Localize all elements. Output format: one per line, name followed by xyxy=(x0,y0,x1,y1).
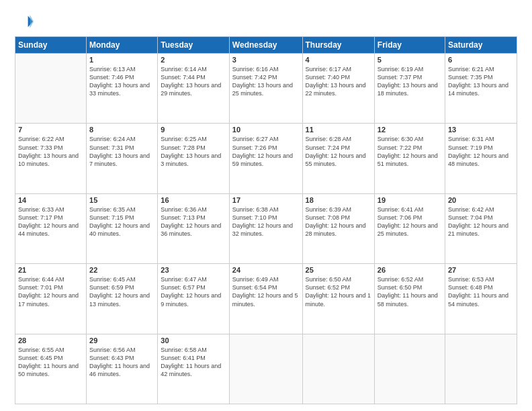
calendar-cell xyxy=(15,54,87,124)
day-number: 26 xyxy=(378,266,442,274)
calendar-cell: 3Sunrise: 6:16 AM Sunset: 7:42 PM Daylig… xyxy=(229,54,302,124)
day-number: 14 xyxy=(18,196,83,204)
day-info: Sunrise: 6:35 AM Sunset: 7:15 PM Dayligh… xyxy=(89,205,154,238)
day-info: Sunrise: 6:38 AM Sunset: 7:10 PM Dayligh… xyxy=(232,205,300,238)
day-number: 12 xyxy=(378,126,442,134)
calendar-cell: 30Sunrise: 6:58 AM Sunset: 6:41 PM Dayli… xyxy=(158,334,230,404)
day-info: Sunrise: 6:50 AM Sunset: 6:52 PM Dayligh… xyxy=(306,275,371,308)
calendar-cell: 25Sunrise: 6:50 AM Sunset: 6:52 PM Dayli… xyxy=(302,264,374,334)
day-info: Sunrise: 6:28 AM Sunset: 7:24 PM Dayligh… xyxy=(306,135,371,168)
day-number: 4 xyxy=(306,56,371,64)
day-number: 3 xyxy=(232,56,300,64)
day-info: Sunrise: 6:39 AM Sunset: 7:08 PM Dayligh… xyxy=(306,205,371,238)
calendar-cell: 17Sunrise: 6:38 AM Sunset: 7:10 PM Dayli… xyxy=(229,193,302,263)
day-number: 27 xyxy=(448,266,514,274)
calendar-cell: 28Sunrise: 6:55 AM Sunset: 6:45 PM Dayli… xyxy=(15,334,87,404)
calendar-cell: 4Sunrise: 6:17 AM Sunset: 7:40 PM Daylig… xyxy=(302,54,374,124)
day-info: Sunrise: 6:30 AM Sunset: 7:22 PM Dayligh… xyxy=(378,135,442,168)
calendar-cell: 2Sunrise: 6:14 AM Sunset: 7:44 PM Daylig… xyxy=(158,54,230,124)
day-number: 23 xyxy=(161,266,226,274)
calendar-cell: 26Sunrise: 6:52 AM Sunset: 6:50 PM Dayli… xyxy=(374,264,445,334)
day-info: Sunrise: 6:45 AM Sunset: 6:59 PM Dayligh… xyxy=(89,275,154,308)
calendar-cell: 21Sunrise: 6:44 AM Sunset: 7:01 PM Dayli… xyxy=(15,264,87,334)
day-info: Sunrise: 6:49 AM Sunset: 6:54 PM Dayligh… xyxy=(232,275,300,308)
logo-icon xyxy=(15,12,34,31)
day-info: Sunrise: 6:58 AM Sunset: 6:41 PM Dayligh… xyxy=(161,346,226,379)
day-number: 22 xyxy=(89,266,154,274)
calendar-cell xyxy=(229,334,302,404)
calendar-week-5: 28Sunrise: 6:55 AM Sunset: 6:45 PM Dayli… xyxy=(15,334,517,404)
day-info: Sunrise: 6:33 AM Sunset: 7:17 PM Dayligh… xyxy=(18,205,83,238)
day-info: Sunrise: 6:25 AM Sunset: 7:28 PM Dayligh… xyxy=(161,135,226,168)
calendar-cell xyxy=(302,334,374,404)
calendar-cell: 1Sunrise: 6:13 AM Sunset: 7:46 PM Daylig… xyxy=(87,54,158,124)
day-number: 17 xyxy=(232,196,300,204)
day-number: 15 xyxy=(89,196,154,204)
calendar-cell: 8Sunrise: 6:24 AM Sunset: 7:31 PM Daylig… xyxy=(87,124,158,193)
day-info: Sunrise: 6:55 AM Sunset: 6:45 PM Dayligh… xyxy=(18,346,83,379)
calendar-cell: 7Sunrise: 6:22 AM Sunset: 7:33 PM Daylig… xyxy=(15,124,87,193)
calendar-header-thursday: Thursday xyxy=(302,37,374,54)
day-number: 5 xyxy=(378,56,442,64)
day-info: Sunrise: 6:56 AM Sunset: 6:43 PM Dayligh… xyxy=(89,346,154,379)
calendar-body: 1Sunrise: 6:13 AM Sunset: 7:46 PM Daylig… xyxy=(15,54,517,404)
day-info: Sunrise: 6:16 AM Sunset: 7:42 PM Dayligh… xyxy=(232,65,300,98)
calendar-cell: 22Sunrise: 6:45 AM Sunset: 6:59 PM Dayli… xyxy=(87,264,158,334)
calendar-header-row: SundayMondayTuesdayWednesdayThursdayFrid… xyxy=(15,37,517,54)
calendar-cell: 15Sunrise: 6:35 AM Sunset: 7:15 PM Dayli… xyxy=(87,193,158,263)
day-info: Sunrise: 6:21 AM Sunset: 7:35 PM Dayligh… xyxy=(448,65,514,98)
day-info: Sunrise: 6:17 AM Sunset: 7:40 PM Dayligh… xyxy=(306,65,371,98)
day-info: Sunrise: 6:24 AM Sunset: 7:31 PM Dayligh… xyxy=(89,135,154,168)
calendar-week-3: 14Sunrise: 6:33 AM Sunset: 7:17 PM Dayli… xyxy=(15,193,517,263)
calendar-cell: 9Sunrise: 6:25 AM Sunset: 7:28 PM Daylig… xyxy=(158,124,230,193)
day-info: Sunrise: 6:47 AM Sunset: 6:57 PM Dayligh… xyxy=(161,275,226,308)
calendar-cell: 18Sunrise: 6:39 AM Sunset: 7:08 PM Dayli… xyxy=(302,193,374,263)
day-number: 13 xyxy=(448,126,514,134)
calendar-week-2: 7Sunrise: 6:22 AM Sunset: 7:33 PM Daylig… xyxy=(15,124,517,193)
calendar-header-tuesday: Tuesday xyxy=(158,37,230,54)
day-info: Sunrise: 6:13 AM Sunset: 7:46 PM Dayligh… xyxy=(89,65,154,98)
calendar-header-friday: Friday xyxy=(374,37,445,54)
calendar-cell: 29Sunrise: 6:56 AM Sunset: 6:43 PM Dayli… xyxy=(87,334,158,404)
day-info: Sunrise: 6:52 AM Sunset: 6:50 PM Dayligh… xyxy=(378,275,442,308)
calendar-cell: 11Sunrise: 6:28 AM Sunset: 7:24 PM Dayli… xyxy=(302,124,374,193)
calendar-cell xyxy=(374,334,445,404)
day-info: Sunrise: 6:44 AM Sunset: 7:01 PM Dayligh… xyxy=(18,275,83,308)
day-info: Sunrise: 6:19 AM Sunset: 7:37 PM Dayligh… xyxy=(378,65,442,98)
logo xyxy=(15,12,36,31)
day-number: 28 xyxy=(18,336,83,345)
calendar-cell: 19Sunrise: 6:41 AM Sunset: 7:06 PM Dayli… xyxy=(374,193,445,263)
calendar-cell: 12Sunrise: 6:30 AM Sunset: 7:22 PM Dayli… xyxy=(374,124,445,193)
day-number: 10 xyxy=(232,126,300,134)
calendar-cell xyxy=(445,334,517,404)
day-info: Sunrise: 6:31 AM Sunset: 7:19 PM Dayligh… xyxy=(448,135,514,168)
calendar-cell: 27Sunrise: 6:53 AM Sunset: 6:48 PM Dayli… xyxy=(445,264,517,334)
day-number: 18 xyxy=(306,196,371,204)
calendar-header-sunday: Sunday xyxy=(15,37,87,54)
calendar-header-saturday: Saturday xyxy=(445,37,517,54)
calendar-week-1: 1Sunrise: 6:13 AM Sunset: 7:46 PM Daylig… xyxy=(15,54,517,124)
day-number: 11 xyxy=(306,126,371,134)
day-info: Sunrise: 6:27 AM Sunset: 7:26 PM Dayligh… xyxy=(232,135,300,168)
day-number: 7 xyxy=(18,126,83,134)
header xyxy=(15,12,517,31)
day-info: Sunrise: 6:42 AM Sunset: 7:04 PM Dayligh… xyxy=(448,205,514,238)
calendar-cell: 16Sunrise: 6:36 AM Sunset: 7:13 PM Dayli… xyxy=(158,193,230,263)
day-info: Sunrise: 6:14 AM Sunset: 7:44 PM Dayligh… xyxy=(161,65,226,98)
calendar-header-wednesday: Wednesday xyxy=(229,37,302,54)
day-info: Sunrise: 6:22 AM Sunset: 7:33 PM Dayligh… xyxy=(18,135,83,168)
calendar: SundayMondayTuesdayWednesdayThursdayFrid… xyxy=(15,36,517,404)
day-number: 2 xyxy=(161,56,226,64)
page: SundayMondayTuesdayWednesdayThursdayFrid… xyxy=(0,0,532,411)
day-number: 24 xyxy=(232,266,300,274)
day-number: 19 xyxy=(378,196,442,204)
day-info: Sunrise: 6:53 AM Sunset: 6:48 PM Dayligh… xyxy=(448,275,514,308)
calendar-header-monday: Monday xyxy=(87,37,158,54)
day-number: 29 xyxy=(89,336,154,345)
calendar-cell: 23Sunrise: 6:47 AM Sunset: 6:57 PM Dayli… xyxy=(158,264,230,334)
day-number: 25 xyxy=(306,266,371,274)
day-number: 9 xyxy=(161,126,226,134)
day-number: 8 xyxy=(89,126,154,134)
calendar-week-4: 21Sunrise: 6:44 AM Sunset: 7:01 PM Dayli… xyxy=(15,264,517,334)
calendar-cell: 24Sunrise: 6:49 AM Sunset: 6:54 PM Dayli… xyxy=(229,264,302,334)
